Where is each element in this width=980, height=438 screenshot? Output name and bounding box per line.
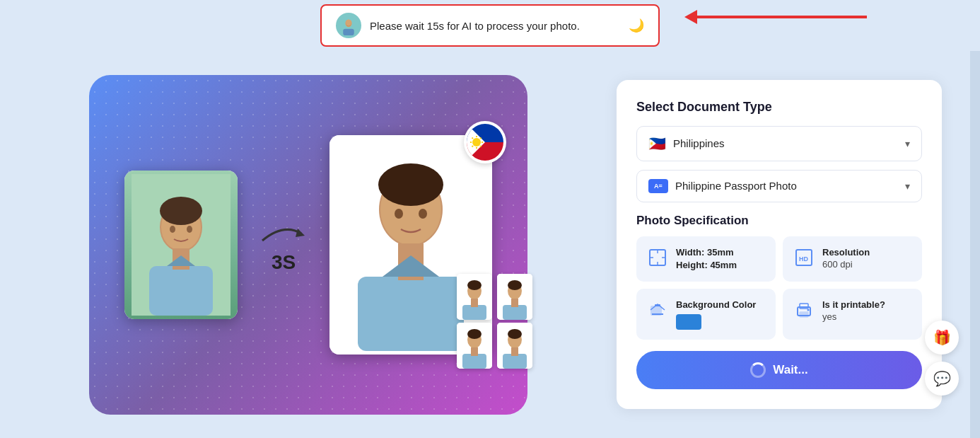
svg-line-27	[472, 146, 474, 147]
dimensions-label: Width: 35mmHeight: 45mm	[676, 246, 737, 272]
svg-rect-45	[503, 305, 527, 320]
svg-point-12	[187, 226, 192, 233]
notification-text: Please wait 15s for AI to process your p…	[370, 20, 620, 32]
svg-point-19	[472, 138, 481, 146]
right-panel: Select Document Type 🇵🇭 Philippines ▾ A=…	[617, 80, 942, 410]
svg-rect-56	[511, 347, 518, 356]
mini-photo-2	[497, 274, 532, 320]
mini-photo-3	[457, 323, 492, 369]
document-type-dropdown[interactable]: A= Philippine Passport Photo ▾	[636, 170, 922, 202]
original-photo	[124, 171, 238, 319]
country-chevron-icon: ▾	[905, 138, 910, 149]
svg-rect-33	[358, 277, 464, 351]
svg-point-44	[508, 280, 522, 290]
seconds-label: 3S	[272, 251, 296, 274]
svg-rect-55	[503, 354, 527, 369]
avatar	[336, 13, 361, 38]
svg-point-36	[419, 209, 427, 219]
background-color-icon	[646, 299, 669, 321]
background-color-spec: Background Color	[636, 289, 776, 340]
svg-point-32	[378, 163, 443, 206]
processed-photo-wrapper	[329, 135, 492, 355]
printable-spec: Is it printable? yes	[783, 289, 922, 340]
svg-rect-50	[462, 354, 486, 369]
flag-badge	[464, 121, 506, 163]
svg-rect-41	[471, 299, 478, 307]
mini-photo-grid	[457, 274, 535, 369]
illustration: 3S	[124, 135, 492, 355]
svg-marker-13	[296, 229, 305, 237]
wait-label: Wait...	[773, 363, 807, 377]
loading-spinner: 🌙	[629, 18, 644, 33]
resolution-label: Resolution	[822, 246, 870, 259]
photo-spec-title: Photo Specification	[636, 214, 922, 228]
printable-icon	[793, 299, 815, 321]
svg-rect-3	[343, 29, 354, 35]
document-icon: A=	[648, 179, 668, 193]
mini-photo-4	[497, 323, 532, 369]
svg-marker-28	[467, 125, 469, 127]
resolution-spec: HD Resolution 600 dpi	[783, 236, 922, 282]
gradient-background: 3S	[89, 75, 527, 415]
left-panel: 3S	[28, 51, 588, 438]
printable-value: yes	[822, 311, 885, 322]
color-swatch	[676, 314, 701, 330]
dimensions-icon	[646, 246, 669, 269]
svg-point-4	[346, 20, 351, 26]
spec-grid: Width: 35mmHeight: 45mm HD Resolution 60…	[636, 236, 922, 340]
svg-point-11	[170, 226, 175, 233]
settings-card: Select Document Type 🇵🇭 Philippines ▾ A=…	[617, 80, 942, 410]
svg-point-39	[467, 280, 482, 290]
top-bar: Please wait 15s for AI to process your p…	[0, 0, 980, 51]
svg-point-49	[467, 329, 482, 339]
country-label: Philippines	[673, 137, 898, 149]
arrow-head	[684, 10, 697, 24]
gift-button[interactable]: 🎁	[925, 321, 959, 355]
document-chevron-icon: ▾	[905, 180, 910, 192]
printable-label: Is it printable?	[822, 299, 885, 311]
resolution-icon: HD	[793, 246, 815, 269]
dimensions-spec: Width: 35mmHeight: 45mm	[636, 236, 776, 282]
svg-point-69	[807, 309, 810, 311]
scrollbar[interactable]	[970, 0, 980, 438]
svg-line-26	[480, 137, 482, 139]
arrow-line	[697, 16, 867, 18]
svg-line-24	[472, 137, 474, 139]
svg-rect-40	[462, 305, 486, 320]
main-content: 3S	[0, 51, 970, 438]
resolution-value: 600 dpi	[822, 259, 870, 270]
svg-rect-51	[471, 347, 478, 356]
original-photo-card	[124, 171, 238, 319]
country-flag: 🇵🇭	[648, 135, 666, 152]
svg-rect-67	[800, 312, 808, 317]
svg-rect-46	[511, 299, 518, 307]
svg-rect-65	[655, 304, 660, 306]
svg-point-8	[160, 197, 202, 225]
country-dropdown[interactable]: 🇵🇭 Philippines ▾	[636, 126, 922, 161]
conversion-indicator: 3S	[259, 216, 308, 274]
button-spinner	[750, 362, 766, 378]
svg-point-54	[508, 329, 522, 339]
svg-text:HD: HD	[799, 255, 808, 263]
chat-button[interactable]: 💬	[925, 362, 959, 396]
svg-point-35	[395, 209, 403, 219]
wait-button[interactable]: Wait...	[636, 351, 922, 389]
select-document-title: Select Document Type	[636, 100, 922, 115]
notification-box: Please wait 15s for AI to process your p…	[320, 4, 660, 47]
svg-line-25	[480, 146, 482, 147]
document-label: Philippine Passport Photo	[675, 180, 898, 192]
svg-rect-9	[149, 266, 213, 316]
floating-buttons: 🎁 💬	[925, 321, 959, 396]
red-arrow	[697, 16, 867, 18]
mini-photo-1	[457, 274, 492, 320]
background-color-label: Background Color	[676, 299, 756, 311]
